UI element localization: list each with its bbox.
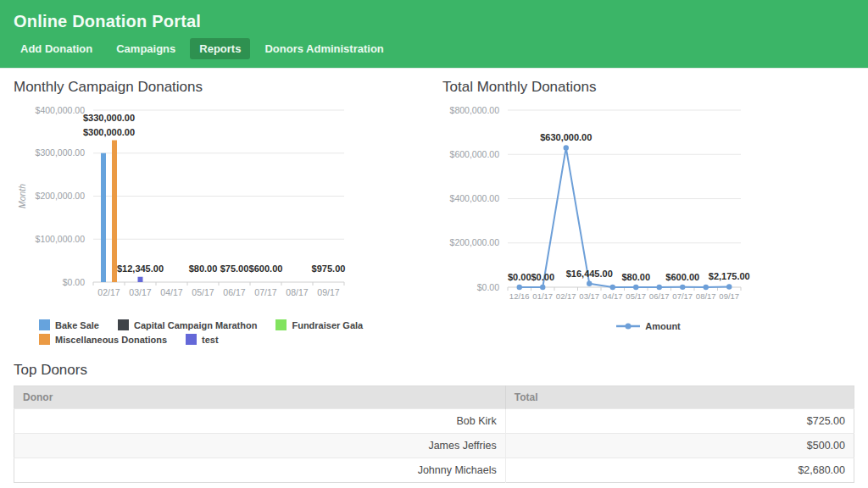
data-point-marker[interactable] <box>657 285 662 290</box>
table-row: James Jeffries$500.00 <box>14 434 854 458</box>
line-chart-legend: Amount <box>442 321 854 331</box>
x-axis-tick-label: 05/17 <box>626 291 646 301</box>
legend-item-bake-sale[interactable]: Bake Sale <box>39 319 99 330</box>
data-point-marker[interactable] <box>517 285 522 290</box>
monthly-campaign-donations-chart[interactable]: $400,000.00$300,000.00$200,000.00$100,00… <box>14 103 419 314</box>
nav-item-campaigns[interactable]: Campaigns <box>107 38 185 59</box>
data-point-marker[interactable] <box>680 285 685 290</box>
legend-swatch-icon <box>275 319 287 330</box>
y-axis-tick-label: $400,000.00 <box>36 105 86 115</box>
x-axis-tick-label: 09/17 <box>317 287 339 297</box>
monthly-donations-panel: Total Monthly Donations $800,000.00$600,… <box>431 79 854 348</box>
column-header-donor: Donor <box>14 386 506 409</box>
donor-total-cell: $2,680.00 <box>505 458 854 483</box>
x-axis-tick-label: 02/17 <box>97 287 120 297</box>
point-data-label: $2,175.00 <box>709 271 750 281</box>
donor-name-cell: Bob Kirk <box>14 409 506 434</box>
point-data-label: $0.00 <box>508 272 531 282</box>
donor-name-cell: Johnny Michaels <box>14 458 506 483</box>
bar-miscellaneous-donations[interactable] <box>112 141 117 282</box>
y-axis-tick-label: $200,000.00 <box>36 191 86 201</box>
legend-label: Miscellaneous Donations <box>55 335 167 345</box>
legend-swatch-icon <box>118 319 129 330</box>
page-title: Online Donation Portal <box>0 0 868 38</box>
bar-chart-legend: Bake SaleCapital Campaign MarathonFundra… <box>39 319 431 345</box>
table-header-row: DonorTotal <box>14 386 854 409</box>
donor-total-cell: $500.00 <box>505 434 854 458</box>
top-donors-section: Top Donors DonorTotal Bob Kirk$725.00Jam… <box>14 362 854 483</box>
legend-item-miscellaneous-donations[interactable]: Miscellaneous Donations <box>39 334 167 345</box>
legend-item-fundraiser-gala[interactable]: Fundraiser Gala <box>275 319 363 330</box>
nav-item-add-donation[interactable]: Add Donation <box>11 38 102 59</box>
table-row: Johnny Michaels$2,680.00 <box>14 458 854 483</box>
charts-row: Monthly Campaign Donations $400,000.00$3… <box>0 69 868 348</box>
bar-data-label: $12,345.00 <box>117 263 164 274</box>
bar-bake-sale[interactable] <box>101 153 106 282</box>
x-axis-tick-label: 03/17 <box>129 287 151 297</box>
donor-name-cell: James Jeffries <box>14 434 506 458</box>
y-axis-tick-label: $100,000.00 <box>36 234 86 244</box>
x-axis-tick-label: 09/17 <box>719 291 739 301</box>
y-axis-tick-label: $600,000.00 <box>450 149 500 159</box>
legend-item-amount[interactable]: Amount <box>616 321 681 331</box>
amount-line <box>520 147 730 287</box>
x-axis-tick-label: 04/17 <box>160 287 182 297</box>
x-axis-tick-label: 07/17 <box>254 287 276 297</box>
point-data-label: $16,445.00 <box>566 269 613 279</box>
bar-data-label: $300,000.00 <box>83 127 135 137</box>
legend-swatch-icon <box>39 319 50 330</box>
y-axis-tick-label: $0.00 <box>477 282 499 292</box>
x-axis-tick-label: 03/17 <box>579 291 599 301</box>
main-content: Monthly Campaign Donations $400,000.00$3… <box>0 69 868 483</box>
bar-chart-title: Monthly Campaign Donations <box>14 79 431 96</box>
point-data-label: $600.00 <box>665 272 699 282</box>
data-point-marker[interactable] <box>726 284 732 289</box>
total-monthly-donations-chart[interactable]: $800,000.00$600,000.00$400,000.00$200,00… <box>442 103 854 314</box>
point-data-label: $80.00 <box>621 272 650 282</box>
y-axis-tick-label: $400,000.00 <box>450 193 500 203</box>
legend-label: Amount <box>645 321 681 331</box>
legend-row: Miscellaneous Donationstest <box>39 334 431 345</box>
bar-data-label: $330,000.00 <box>83 113 135 123</box>
top-donors-table: DonorTotal Bob Kirk$725.00James Jeffries… <box>14 385 854 483</box>
nav-item-reports[interactable]: Reports <box>190 38 250 59</box>
donor-total-cell: $725.00 <box>505 409 854 434</box>
bar-data-label: $975.00 <box>312 263 346 274</box>
nav-item-donors-administration[interactable]: Donors Administration <box>255 38 392 59</box>
x-axis-tick-label: 06/17 <box>223 287 245 297</box>
x-axis-tick-label: 08/17 <box>696 291 716 301</box>
x-axis-tick-label: 06/17 <box>649 291 670 301</box>
legend-item-test[interactable]: test <box>186 334 219 345</box>
data-point-marker[interactable] <box>633 285 638 290</box>
data-point-marker[interactable] <box>540 285 545 290</box>
bar-data-label: $75.00 <box>220 263 249 274</box>
legend-swatch-icon <box>186 334 197 345</box>
bar-data-label: $80.00 <box>189 263 218 274</box>
data-point-marker[interactable] <box>610 285 615 290</box>
campaign-donations-panel: Monthly Campaign Donations $400,000.00$3… <box>14 79 431 348</box>
legend-label: Capital Campaign Marathon <box>134 320 257 330</box>
x-axis-tick-label: 04/17 <box>603 291 623 301</box>
x-axis-tick-label: 07/17 <box>672 291 693 301</box>
line-chart-title: Total Monthly Donations <box>442 79 854 96</box>
x-axis-tick-label: 05/17 <box>192 287 214 297</box>
top-donors-title: Top Donors <box>14 362 854 379</box>
app-header: Online Donation Portal Add DonationCampa… <box>0 0 868 69</box>
x-axis-tick-label: 08/17 <box>286 287 308 297</box>
data-point-marker[interactable] <box>564 145 569 150</box>
legend-item-capital-campaign-marathon[interactable]: Capital Campaign Marathon <box>118 319 257 330</box>
point-data-label: $630,000.00 <box>540 132 592 142</box>
main-nav: Add DonationCampaignsReportsDonors Admin… <box>0 38 868 68</box>
y-axis-title: Month <box>17 184 27 208</box>
legend-label: Fundraiser Gala <box>292 320 363 330</box>
legend-label: test <box>202 335 219 345</box>
table-row: Bob Kirk$725.00 <box>14 409 854 434</box>
x-axis-tick-label: 02/17 <box>556 291 576 301</box>
x-axis-tick-label: 01/17 <box>532 291 553 301</box>
point-data-label: $0.00 <box>531 272 554 282</box>
data-point-marker[interactable] <box>587 281 592 286</box>
legend-row: Bake SaleCapital Campaign MarathonFundra… <box>39 319 431 330</box>
line-marker-icon <box>616 322 640 330</box>
data-point-marker[interactable] <box>704 285 709 290</box>
bar-test[interactable] <box>138 277 143 282</box>
